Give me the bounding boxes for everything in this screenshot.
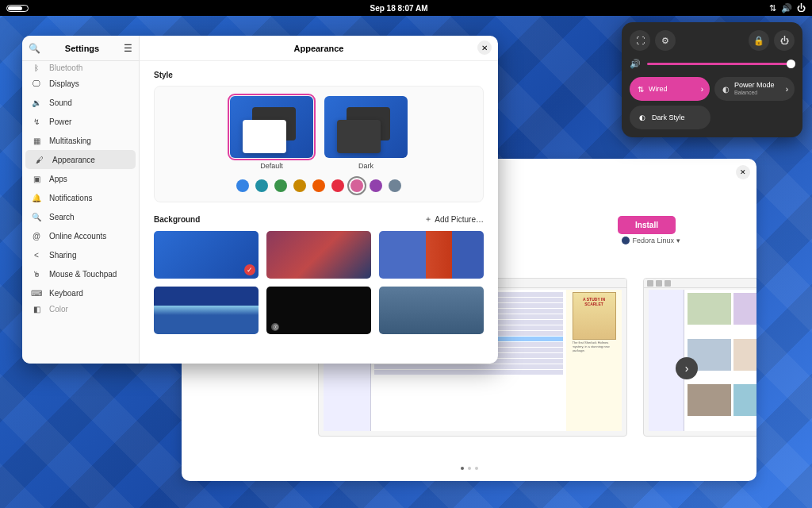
mouse-icon: 🖱 [32, 269, 41, 279]
disp-icon: 🖵 [32, 79, 41, 88]
sidebar-item-sharing[interactable]: <Sharing [22, 245, 139, 264]
wallpaper-option[interactable] [379, 287, 484, 334]
col-icon: ◧ [32, 304, 41, 314]
bt-icon: ᛒ [32, 63, 41, 72]
accent-color[interactable] [312, 179, 325, 192]
sidebar-item-appearance[interactable]: 🖌Appearance [25, 150, 136, 169]
accent-color[interactable] [293, 179, 306, 192]
sidebar-item-mouse-touchpad[interactable]: 🖱Mouse & Touchpad [22, 264, 139, 283]
wallpaper-option[interactable] [266, 231, 371, 279]
power-mode-toggle[interactable]: ◐ Power Mode Balanced › [714, 77, 795, 101]
power-icon: ⏻ [797, 3, 806, 13]
accent-color[interactable] [274, 179, 287, 192]
carousel-next-button[interactable]: › [676, 357, 698, 379]
volume-icon: 🔊 [630, 59, 641, 69]
app-icon: 🖌 [35, 155, 44, 164]
power-button[interactable]: ⏻ [774, 30, 795, 51]
accent-color[interactable] [370, 179, 382, 192]
power-mode-icon: ◐ [722, 85, 730, 94]
sidebar-item-keyboard[interactable]: ⌨Keyboard [22, 283, 139, 302]
style-card: DefaultDark [154, 86, 484, 202]
chevron-down-icon: ▾ [676, 237, 680, 244]
pwr-icon: ↯ [32, 117, 41, 126]
hamburger-icon[interactable]: ☰ [124, 43, 132, 54]
accent-color[interactable] [331, 179, 344, 192]
settings-content: Appearance ✕ Style DefaultDark Backgroun… [140, 36, 498, 364]
shr-icon: < [32, 250, 41, 260]
dark-style-icon: ◐ [639, 114, 645, 121]
accent-color[interactable] [236, 179, 249, 192]
style-heading: Style [154, 71, 484, 79]
accent-color[interactable] [350, 179, 363, 192]
settings-sidebar: 🔍 Settings ☰ ᛒBluetooth🖵Displays🔉Sound↯P… [22, 36, 140, 364]
oa-icon: @ [32, 231, 41, 241]
chevron-right-icon: › [786, 85, 788, 94]
sidebar-item-multitasking[interactable]: ▦Multitasking [22, 131, 139, 150]
sidebar-item-bluetooth[interactable]: ᛒBluetooth [22, 61, 139, 74]
system-tray[interactable]: ⇅ 🔊 ⏻ [769, 3, 806, 13]
sidebar-item-sound[interactable]: 🔉Sound [22, 93, 139, 112]
wallpaper-option[interactable] [379, 231, 484, 279]
close-button[interactable]: ✕ [477, 40, 492, 55]
volume-slider[interactable] [647, 63, 795, 65]
accent-color[interactable] [255, 179, 268, 192]
sidebar-item-online-accounts[interactable]: @Online Accounts [22, 226, 139, 245]
apps-icon: ▣ [32, 174, 41, 183]
top-bar: Sep 18 8:07 AM ⇅ 🔊 ⏻ [0, 0, 812, 16]
panel-title: Appearance [294, 44, 344, 53]
background-heading: Background [154, 215, 200, 224]
clock[interactable]: Sep 18 8:07 AM [370, 4, 428, 13]
style-option-dark[interactable] [324, 96, 408, 158]
settings-window: 🔍 Settings ☰ ᛒBluetooth🖵Displays🔉Sound↯P… [22, 36, 498, 364]
snd-icon: 🔉 [32, 98, 41, 107]
sidebar-item-color[interactable]: ◧Color [22, 302, 139, 315]
volume-icon: 🔊 [781, 3, 792, 13]
kb-icon: ⌨ [32, 288, 41, 298]
network-icon: ⇅ [638, 85, 644, 94]
install-button[interactable]: Install [618, 216, 676, 234]
srch-icon: 🔍 [32, 212, 41, 221]
sidebar-item-search[interactable]: 🔍Search [22, 207, 139, 226]
dark-style-toggle[interactable]: ◐ Dark Style [630, 106, 710, 129]
screenshot-2[interactable] [643, 278, 756, 437]
network-icon: ⇅ [769, 3, 776, 13]
accent-color[interactable] [389, 179, 401, 192]
mt-icon: ▦ [32, 136, 41, 145]
screenshot-button[interactable]: ⛶ [630, 30, 650, 51]
sidebar-item-notifications[interactable]: 🔔Notifications [22, 188, 139, 207]
wallpaper-option[interactable] [154, 287, 259, 334]
style-option-default[interactable] [230, 96, 313, 158]
carousel-dots [461, 467, 478, 470]
source-selector[interactable]: Fedora Linux ▾ [622, 237, 680, 244]
sidebar-item-power[interactable]: ↯Power [22, 112, 139, 131]
dot[interactable] [475, 467, 478, 470]
wallpaper-option[interactable] [154, 231, 259, 279]
background-grid: ⦿ [154, 231, 484, 334]
not-icon: 🔔 [32, 193, 41, 202]
accent-color-row [164, 179, 473, 192]
fedora-icon [622, 237, 630, 244]
quick-settings-panel: ⛶ ⚙ 🔒 ⏻ 🔊 ⇅ Wired › ◐ Power Mode Balance… [622, 22, 802, 137]
chevron-right-icon: › [701, 85, 703, 94]
close-button[interactable]: ✕ [736, 165, 750, 179]
plus-icon: ＋ [424, 214, 432, 225]
sidebar-item-displays[interactable]: 🖵Displays [22, 74, 139, 93]
search-icon[interactable]: 🔍 [29, 43, 40, 54]
dot[interactable] [468, 467, 471, 470]
sidebar-title: Settings [40, 44, 124, 53]
wired-toggle[interactable]: ⇅ Wired › [630, 77, 710, 101]
activities-button[interactable] [6, 5, 29, 12]
add-picture-button[interactable]: ＋ Add Picture… [424, 214, 484, 225]
dot[interactable] [461, 467, 464, 470]
lock-button[interactable]: 🔒 [749, 30, 769, 51]
wallpaper-option[interactable]: ⦿ [266, 287, 371, 334]
source-label: Fedora Linux [632, 237, 674, 244]
settings-button[interactable]: ⚙ [655, 30, 676, 51]
sidebar-item-apps[interactable]: ▣Apps [22, 169, 139, 188]
